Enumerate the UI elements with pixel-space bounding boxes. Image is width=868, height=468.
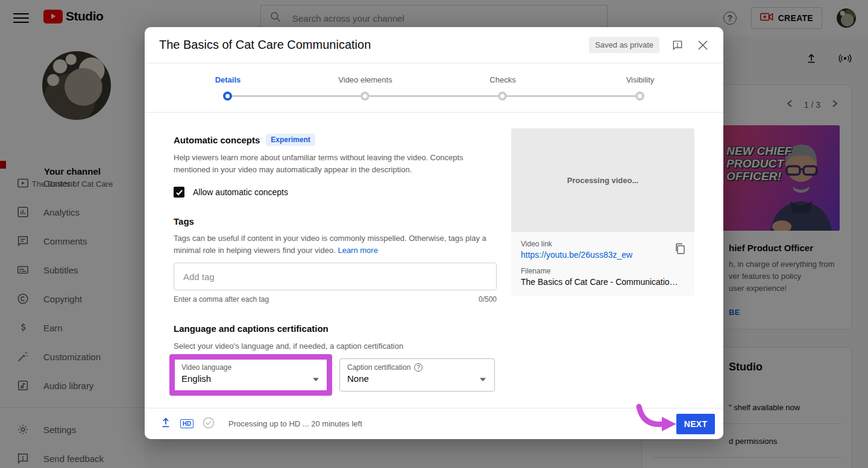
auto-concepts-heading: Automatic concepts bbox=[174, 135, 260, 145]
tags-helper-row: Enter a comma after each tag 0/500 bbox=[174, 295, 497, 304]
next-button[interactable]: NEXT bbox=[676, 414, 715, 434]
caption-certification-select[interactable]: Caption certification ? None bbox=[339, 358, 495, 392]
stepper-line bbox=[228, 95, 640, 97]
send-feedback-icon[interactable] bbox=[670, 38, 685, 52]
youtube-studio-app: Studio Search across your channel ? CREA… bbox=[0, 0, 868, 468]
dialog-body: Automatic concepts Experiment Help viewe… bbox=[145, 113, 723, 408]
experiment-badge: Experiment bbox=[266, 134, 315, 146]
step-dot-details[interactable] bbox=[223, 92, 232, 101]
video-info-panel: Video link https://youtu.be/26uss83z_ew … bbox=[511, 232, 694, 296]
tags-char-counter: 0/500 bbox=[479, 295, 497, 304]
copy-icon[interactable] bbox=[673, 242, 687, 256]
caption-certification-label: Caption certification ? bbox=[347, 363, 487, 372]
step-dot-checks[interactable] bbox=[498, 92, 507, 101]
next-button-wrap: NEXT bbox=[676, 414, 715, 434]
caption-certification-value: None bbox=[347, 373, 487, 384]
video-link-label: Video link bbox=[521, 240, 685, 248]
step-dot-visibility[interactable] bbox=[635, 92, 644, 101]
dialog-footer: HD Processing up to HD ... 20 minutes le… bbox=[145, 408, 723, 439]
chevron-down-icon bbox=[479, 373, 486, 384]
chevron-down-icon bbox=[312, 373, 319, 384]
tags-heading-row: Tags bbox=[174, 216, 497, 226]
processing-status-text: Processing up to HD ... 20 minutes left bbox=[228, 419, 362, 428]
caption-cert-help-icon[interactable]: ? bbox=[414, 363, 423, 372]
allow-auto-concepts-row[interactable]: Allow automatic concepts bbox=[174, 187, 497, 198]
tab-details[interactable]: Details bbox=[180, 75, 276, 84]
tags-heading: Tags bbox=[174, 216, 194, 226]
annotation-arrow bbox=[635, 403, 681, 435]
upload-status-icon bbox=[160, 417, 171, 431]
dialog-title: The Basics of Cat Care Communication bbox=[159, 38, 578, 52]
dialog-stepper: Details Video elements Checks Visibility bbox=[145, 63, 723, 113]
checkbox-checked-icon[interactable] bbox=[174, 187, 184, 198]
filename-label: Filename bbox=[521, 267, 685, 275]
language-selects-row: Video language English Caption certifica… bbox=[174, 358, 497, 392]
checks-pending-icon bbox=[203, 417, 215, 431]
hd-badge: HD bbox=[180, 419, 193, 428]
filename-value: The Basics of Cat Care - Communicatio… bbox=[521, 277, 685, 287]
dialog-header: The Basics of Cat Care Communication Sav… bbox=[145, 27, 723, 63]
allow-auto-concepts-label: Allow automatic concepts bbox=[193, 187, 288, 197]
language-heading-row: Language and captions certification bbox=[174, 323, 497, 334]
tab-visibility[interactable]: Visibility bbox=[592, 75, 688, 84]
tab-checks[interactable]: Checks bbox=[454, 75, 551, 84]
auto-concepts-description: Help viewers learn more about unfamiliar… bbox=[174, 152, 481, 176]
tag-input[interactable] bbox=[174, 263, 497, 290]
tags-helper-text: Enter a comma after each tag bbox=[174, 295, 269, 304]
video-language-label: Video language bbox=[181, 363, 320, 372]
video-processing-placeholder: Processing video... bbox=[511, 128, 694, 232]
auto-concepts-heading-row: Automatic concepts Experiment bbox=[174, 134, 497, 146]
tags-description: Tags can be useful if content in your vi… bbox=[174, 232, 497, 257]
video-language-select[interactable]: Video language English bbox=[174, 358, 328, 392]
tab-video-elements[interactable]: Video elements bbox=[317, 75, 414, 84]
language-heading: Language and captions certification bbox=[174, 323, 329, 334]
saved-status-badge: Saved as private bbox=[589, 37, 659, 53]
details-form: Automatic concepts Experiment Help viewe… bbox=[174, 113, 497, 392]
language-description: Select your video's language and, if nee… bbox=[174, 340, 497, 352]
video-details-dialog: The Basics of Cat Care Communication Sav… bbox=[145, 27, 723, 439]
video-preview-panel: Processing video... Video link https://y… bbox=[511, 128, 694, 296]
video-link[interactable]: https://youtu.be/26uss83z_ew bbox=[521, 250, 685, 260]
learn-more-link[interactable]: Learn more bbox=[338, 246, 377, 255]
video-language-value: English bbox=[181, 373, 320, 384]
close-icon[interactable] bbox=[696, 38, 710, 52]
step-dot-video-elements[interactable] bbox=[360, 92, 370, 101]
